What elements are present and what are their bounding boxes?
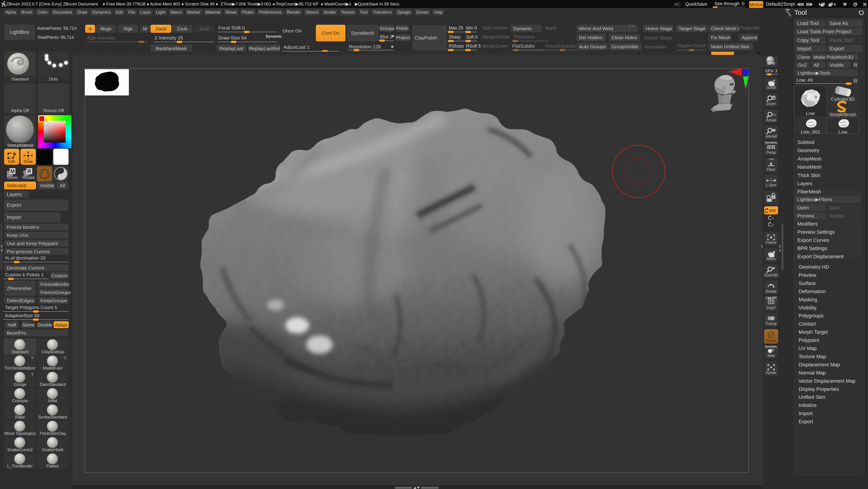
svg-text:x1: x1	[773, 113, 776, 116]
svg-text:C: C	[773, 196, 775, 199]
svg-text:Edit: Edit	[8, 159, 15, 164]
svg-text:Z: Z	[772, 223, 774, 227]
svg-text:XYZ: XYZ	[769, 208, 776, 213]
svg-text:Draw: Draw	[24, 159, 33, 164]
svg-text:M: M	[10, 168, 15, 174]
svg-text:Y: Y	[772, 217, 774, 220]
svg-text:R: R	[27, 168, 31, 174]
